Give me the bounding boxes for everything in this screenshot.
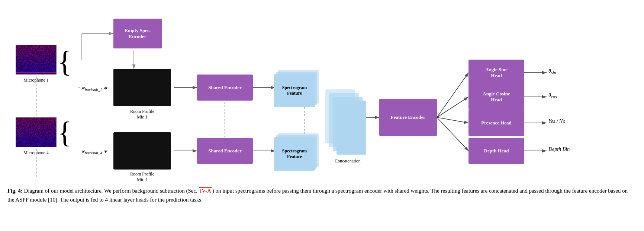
concatenation-label: Concatenation [323,158,372,164]
brace-bottom: { [58,117,72,147]
shared-encoder1-label: Shared Encoder [208,85,242,91]
caption-link[interactable]: IV-A [199,187,212,194]
depth-bin-label: Depth Bin [548,146,570,152]
svg-line-10 [437,97,468,117]
svg-line-12 [437,117,468,151]
diagram: Microphone 1 { Microphone 4 { − wbacksub… [7,7,637,183]
caption-fig-label: Fig. 4: [7,188,23,194]
concat-front [337,101,366,155]
feature-encoder-label: Feature Encoder [391,114,425,120]
feature-encoder-box: Feature Encoder [379,99,437,136]
yes-no-label: Yes / No [548,118,565,124]
spec-feature1-label: SpectrogramFeature [282,85,307,96]
caption: Fig. 4: Diagram of our model architectur… [7,186,632,204]
angle-sine-head-label: Angle SineHead [485,67,508,79]
presence-head-box: Presence Head [468,110,524,136]
w-backsub4-label: − wbacksub_4 ∗ [70,148,115,155]
mic4-label: Microphone 4 [16,150,57,156]
angle-cosine-head-box: Angle CosineHead [468,84,524,110]
theta-sin-label: θsin [548,68,556,75]
microphone1-spectrogram [16,45,57,75]
svg-line-9 [437,73,468,117]
mic1-label: Microphone 1 [16,77,57,83]
spec-feature4-box: SpectrogramFeature [274,137,315,171]
room-profile-mic4-label: Room ProfileMic 4 [113,171,171,183]
brace-top: { [58,47,72,76]
presence-head-label: Presence Head [481,120,512,126]
spec-feature1-box: SpectrogramFeature [274,74,315,107]
svg-line-11 [437,117,468,123]
empty-spec-encoder-label: Empty Spec.Encoder [125,28,151,39]
room-profile-mic1-box [113,69,171,106]
empty-spec-encoder-box: Empty Spec.Encoder [113,19,162,48]
angle-cosine-head-label: Angle CosineHead [483,91,510,103]
angle-sine-head-box: Angle SineHead [468,60,524,86]
w-backsub1-label: − wbacksub_1 ∗ [70,85,115,92]
depth-head-box: Depth Head [468,138,524,164]
depth-head-label: Depth Head [484,148,509,154]
microphone4-spectrogram [16,117,57,147]
spec-feature4-label: SpectrogramFeature [282,148,307,159]
shared-encoder1-box: Shared Encoder [197,75,253,101]
theta-cos-label: θcos [548,92,557,99]
shared-encoder4-label: Shared Encoder [208,148,242,154]
shared-encoder4-box: Shared Encoder [197,138,253,164]
room-profile-mic4-box [113,132,171,170]
room-profile-mic1-label: Room ProfileMic 1 [113,109,171,120]
